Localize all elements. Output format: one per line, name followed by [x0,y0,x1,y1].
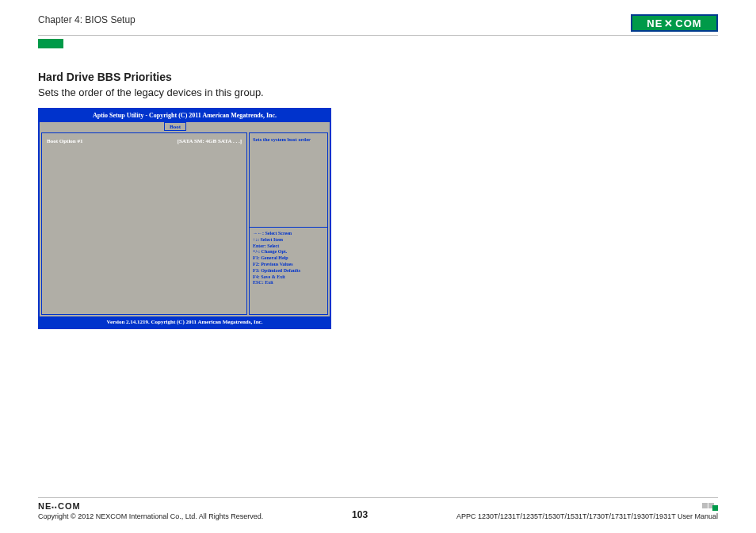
legend-line: F2: Previous Values [253,262,324,268]
chapter-title: Chapter 4: BIOS Setup [38,14,136,25]
legend-line: F1: General Help [253,255,324,262]
bios-help-text: Sets the system boot order [249,132,328,228]
legend-line: F4: Save & Exit [253,274,324,281]
page-number: 103 [352,509,368,520]
bios-tab-bar: Boot [40,121,330,131]
bios-utility-header: Aptio Setup Utility - Copyright (C) 2011… [40,109,330,121]
legend-line: Enter: Select [253,243,324,250]
legend-line: +/-: Change Opt. [253,249,324,255]
bios-tab-boot: Boot [164,122,186,131]
bios-body: Boot Option #1 [SATA SM: 4GB SATA . . .]… [40,131,330,316]
bios-side-panel: Sets the system boot order →←: Select Sc… [249,132,328,315]
copyright-text: Copyright © 2012 NEXCOM International Co… [38,512,263,520]
page-footer: NE▪▪COM Copyright © 2012 NEXCOM Internat… [38,497,718,520]
boot-option-value: [SATA SM: 4GB SATA . . .] [178,138,242,309]
nexcom-logo-bottom: NE▪▪COM [38,501,263,511]
boot-option-label: Boot Option #1 [47,138,83,309]
bios-main-panel: Boot Option #1 [SATA SM: 4GB SATA . . .] [41,132,247,315]
nexcom-logo-top: NE✕COM [631,14,718,32]
manual-title: APPC 1230T/1231T/1235T/1530T/1531T/1730T… [456,512,718,520]
legend-line: F3: Optimized Defaults [253,268,324,274]
legend-line: ESC: Exit [253,280,324,286]
section-description: Sets the order of the legacy devices in … [38,86,718,98]
green-accent-tab [38,39,63,48]
bios-version-footer: Version 2.14.1219. Copyright (C) 2011 Am… [40,316,330,328]
main-content: Hard Drive BBS Priorities Sets the order… [38,71,718,329]
section-title: Hard Drive BBS Priorities [38,71,718,83]
bios-key-legend: →←: Select Screen ↑↓: Select Item Enter:… [249,228,328,315]
bios-screenshot: Aptio Setup Utility - Copyright (C) 2011… [38,108,331,329]
footer-squares-icon [456,503,718,511]
page-header: Chapter 4: BIOS Setup NE✕COM [38,14,718,36]
legend-line: →←: Select Screen [253,231,324,237]
legend-line: ↑↓: Select Item [253,237,324,243]
